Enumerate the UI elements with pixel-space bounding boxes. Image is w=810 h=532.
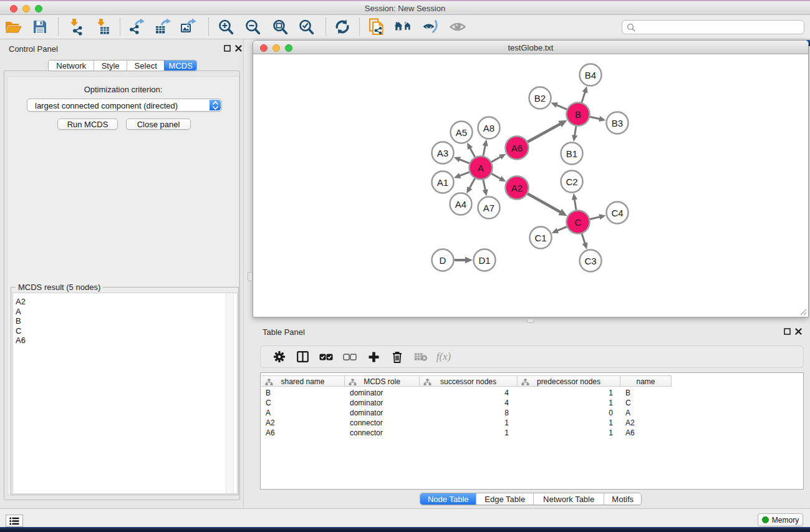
graph-edge[interactable] xyxy=(582,234,586,244)
open-file-icon[interactable] xyxy=(2,17,24,37)
hide-selected-icon[interactable] xyxy=(420,17,441,37)
table-cell[interactable]: 0 xyxy=(576,408,613,418)
table-cell[interactable]: C xyxy=(625,398,670,408)
graph-edge[interactable] xyxy=(574,198,576,210)
show-columns-icon[interactable] xyxy=(293,347,312,366)
refresh-icon[interactable] xyxy=(332,17,353,37)
graph-node-C4[interactable]: C4 xyxy=(607,202,629,224)
graph-node-A5[interactable]: A5 xyxy=(451,122,473,143)
import-table-icon[interactable] xyxy=(93,17,114,37)
tab-network-table[interactable]: Network Table xyxy=(533,493,604,505)
graph-edge[interactable] xyxy=(491,157,501,162)
graph-edge[interactable] xyxy=(470,147,475,157)
tab-select[interactable]: Select xyxy=(127,60,164,70)
graph-node-A1[interactable]: A1 xyxy=(432,172,454,193)
network-canvas[interactable]: B4B2BB3A5A8A6B1A3AA1C2A2A4A7C4CC1C3DD1 xyxy=(253,54,808,317)
delete-column-icon[interactable] xyxy=(388,347,407,366)
graph-edge[interactable] xyxy=(528,123,561,142)
table-cell[interactable]: B xyxy=(625,388,670,398)
import-network-icon[interactable] xyxy=(65,17,86,37)
deselect-all-rows-icon[interactable] xyxy=(340,347,359,366)
result-list-scrollbar[interactable] xyxy=(226,293,234,493)
export-network-icon[interactable] xyxy=(126,17,147,37)
table-cell[interactable]: B xyxy=(266,388,344,398)
column-header-predecessor-nodes[interactable]: predecessor nodes xyxy=(518,375,620,387)
graph-node-B1[interactable]: B1 xyxy=(561,143,583,165)
graph-node-D[interactable]: D xyxy=(432,249,454,271)
graph-edge[interactable] xyxy=(590,117,600,119)
tab-edge-table[interactable]: Edge Table xyxy=(476,493,533,505)
table-cell[interactable]: A2 xyxy=(625,418,670,428)
graph-edge[interactable] xyxy=(590,216,600,219)
save-session-icon[interactable] xyxy=(29,17,51,37)
graph-node-A7[interactable]: A7 xyxy=(478,197,500,219)
graph-edge[interactable] xyxy=(459,172,470,176)
result-list-item[interactable]: C xyxy=(16,326,21,336)
table-cell[interactable]: 1 xyxy=(576,418,613,428)
memory-button[interactable]: Memory xyxy=(758,513,803,526)
graph-node-B[interactable]: B xyxy=(567,103,590,126)
table-panel-close-icon[interactable] xyxy=(795,328,802,335)
table-options-icon[interactable] xyxy=(270,347,289,366)
zoom-out-icon[interactable] xyxy=(242,17,263,37)
tab-node-table[interactable]: Node Table xyxy=(420,493,476,505)
zoom-in-icon[interactable] xyxy=(215,17,236,37)
node-table[interactable]: shared nameMCDS rolesuccessor nodesprede… xyxy=(260,372,804,490)
search-input[interactable] xyxy=(622,20,804,34)
graph-node-C1[interactable]: C1 xyxy=(530,227,552,249)
table-cell[interactable]: A xyxy=(266,408,344,418)
export-table-icon[interactable] xyxy=(152,17,173,37)
graph-edge[interactable] xyxy=(556,227,567,231)
table-cell[interactable]: 1 xyxy=(576,388,613,398)
criterion-dropdown[interactable]: largest connected component (directed) xyxy=(27,99,222,112)
add-column-icon[interactable] xyxy=(364,347,383,366)
graph-node-A4[interactable]: A4 xyxy=(450,193,472,215)
table-cell[interactable]: 8 xyxy=(471,408,509,418)
vertical-splitter-handle[interactable] xyxy=(248,272,253,281)
graph-node-B2[interactable]: B2 xyxy=(529,87,551,109)
table-cell[interactable]: 1 xyxy=(576,428,613,438)
column-header-successor-nodes[interactable]: successor nodes xyxy=(420,375,518,387)
table-cell[interactable]: dominator xyxy=(350,398,418,408)
control-panel-float-icon[interactable] xyxy=(224,45,231,52)
tab-motifs[interactable]: Motifs xyxy=(604,493,641,505)
result-list-item[interactable]: A2 xyxy=(16,297,26,306)
result-list-item[interactable]: A xyxy=(16,307,21,316)
graph-node-B4[interactable]: B4 xyxy=(580,64,602,86)
zoom-selected-icon[interactable] xyxy=(296,17,317,37)
export-image-icon[interactable] xyxy=(178,17,199,37)
graph-node-A3[interactable]: A3 xyxy=(432,142,454,164)
table-cell[interactable]: connector xyxy=(350,418,418,428)
table-cell[interactable]: connector xyxy=(350,428,418,438)
network-window-titlebar[interactable]: testGlobe.txt xyxy=(253,41,808,54)
zoom-fit-icon[interactable] xyxy=(269,17,291,37)
window-resize-grip[interactable] xyxy=(799,308,807,316)
graph-edge[interactable] xyxy=(491,173,501,179)
graph-edge[interactable] xyxy=(469,178,475,189)
table-cell[interactable]: C xyxy=(266,398,344,408)
run-mcds-button[interactable]: Run MCDS xyxy=(57,118,118,130)
task-history-button[interactable] xyxy=(6,515,23,527)
table-cell[interactable]: A6 xyxy=(266,428,344,438)
graph-node-A6[interactable]: A6 xyxy=(506,137,529,160)
column-header-shared-name[interactable]: shared name xyxy=(261,375,345,387)
table-cell[interactable]: A xyxy=(625,408,670,418)
table-cell[interactable]: 4 xyxy=(471,388,509,398)
select-all-rows-icon[interactable] xyxy=(317,347,335,366)
table-cell[interactable]: A6 xyxy=(625,428,670,438)
result-list-item[interactable]: A6 xyxy=(16,336,26,345)
column-header-name[interactable]: name xyxy=(620,375,672,387)
horizontal-splitter-handle[interactable] xyxy=(527,319,534,323)
graph-edge[interactable] xyxy=(582,91,586,102)
tab-mcds[interactable]: MCDS xyxy=(164,60,196,70)
graph-node-A2[interactable]: A2 xyxy=(506,177,529,200)
table-cell[interactable]: 1 xyxy=(471,418,509,428)
graph-node-D1[interactable]: D1 xyxy=(474,249,496,271)
control-panel-close-icon[interactable] xyxy=(235,45,242,52)
graph-edge[interactable] xyxy=(483,180,486,191)
graph-node-B3[interactable]: B3 xyxy=(607,112,629,134)
graph-node-C[interactable]: C xyxy=(567,211,590,234)
graph-edge[interactable] xyxy=(574,126,576,137)
table-panel-float-icon[interactable] xyxy=(784,328,791,335)
graph-edge[interactable] xyxy=(528,194,561,213)
